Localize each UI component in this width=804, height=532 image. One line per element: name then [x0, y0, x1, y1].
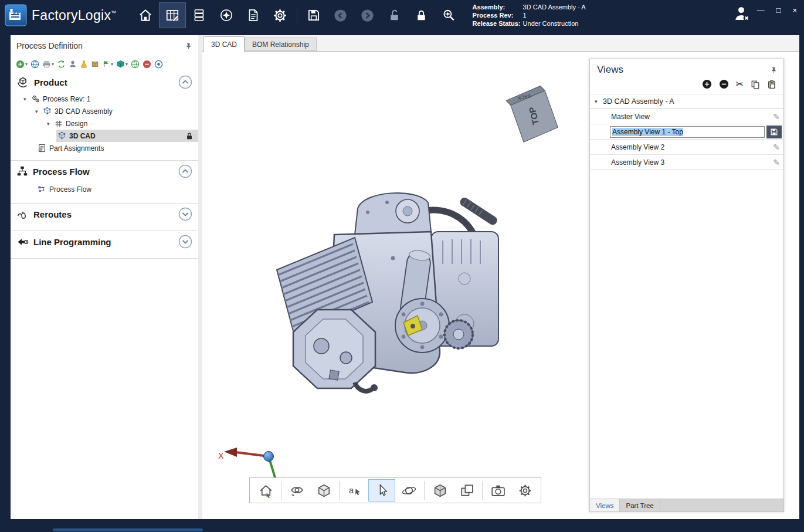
view-row-assembly-3[interactable]: Assembly View 3 ✎ [590, 155, 783, 170]
view-label: Master View [611, 113, 773, 121]
minimize-button[interactable]: — [757, 6, 765, 15]
expander-icon[interactable]: ▾ [23, 96, 31, 102]
web-button[interactable] [30, 58, 40, 70]
tab-part-tree[interactable]: Part Tree [620, 499, 660, 511]
cut-view-button[interactable]: ✂ [736, 80, 744, 89]
expander-icon[interactable]: ▾ [35, 109, 43, 114]
tree-item-part-assignments[interactable]: Part Assignments [11, 142, 198, 154]
section-process-flow[interactable]: Process Flow [11, 161, 198, 182]
select-pointer-button[interactable] [368, 479, 395, 501]
sample-flask-button[interactable] [79, 58, 89, 70]
expand-down-icon[interactable] [178, 235, 192, 249]
section-line-programming-label: Line Programming [33, 237, 174, 247]
expander-icon[interactable]: ▾ [595, 99, 603, 104]
workspace: Process Definition ▾ ▾ ▾ ▾ Product [11, 35, 799, 519]
tree-item-label: Process Rev: 1 [43, 95, 90, 103]
save-button[interactable] [300, 2, 327, 28]
toolbar-separator [482, 481, 483, 500]
collapse-up-icon[interactable] [178, 75, 192, 89]
tab-3d-cad[interactable]: 3D CAD [203, 36, 245, 52]
audit-search-button[interactable] [435, 2, 462, 28]
home-view-button[interactable] [252, 479, 279, 501]
remove-view-button[interactable] [719, 79, 729, 89]
globe-button[interactable] [130, 58, 140, 70]
edit-pencil-icon[interactable]: ✎ [773, 143, 780, 152]
panel-splitter[interactable] [198, 35, 202, 519]
release-status-label: Release Status: [473, 19, 523, 28]
user-icon-button[interactable] [68, 58, 77, 70]
panel-title: Process Definition [16, 41, 83, 50]
brand-trademark: ™ [111, 10, 116, 16]
unlock-button[interactable] [381, 2, 408, 28]
maximize-button[interactable]: □ [776, 6, 781, 15]
reports-button[interactable] [240, 2, 267, 28]
tree-item-3d-cad-selected[interactable]: 3D CAD [11, 130, 198, 142]
flag-button[interactable]: ▾ [101, 58, 114, 70]
pin-icon[interactable] [770, 66, 778, 74]
print-button[interactable]: ▾ [42, 58, 55, 70]
view-row-master[interactable]: Master View ✎ [590, 109, 783, 124]
save-view-name-button[interactable] [766, 126, 782, 138]
process-definition-button[interactable] [159, 2, 186, 28]
home-button[interactable] [132, 2, 159, 28]
view-row-assembly-1-editing[interactable]: Assembly View 1 - Top [590, 124, 783, 140]
pin-icon[interactable] [185, 42, 192, 50]
model-box-button[interactable] [426, 479, 453, 501]
reroutes-icon [16, 208, 29, 221]
dropdown-caret-icon: ▾ [125, 62, 128, 67]
paste-view-button[interactable] [767, 80, 776, 89]
copy-view-button[interactable] [751, 80, 760, 89]
section-product[interactable]: Product [11, 72, 198, 93]
sync-button[interactable] [56, 58, 66, 70]
package-button[interactable] [90, 58, 100, 70]
3d-viewport[interactable]: BACK TOP X [202, 52, 799, 519]
add-item-button[interactable]: ▾ [15, 58, 28, 70]
settings-button[interactable] [267, 2, 294, 28]
lock-button[interactable] [408, 2, 435, 28]
tree-item-3d-cad-assembly[interactable]: ▾ 3D CAD Assembly [11, 105, 198, 117]
section-reroutes[interactable]: Reroutes [11, 204, 198, 225]
redo-button[interactable] [354, 2, 381, 28]
navigator-button[interactable] [213, 2, 240, 28]
production-button[interactable] [186, 2, 213, 28]
tab-views[interactable]: Views [590, 499, 620, 511]
expand-down-icon[interactable] [178, 207, 192, 221]
section-line-programming[interactable]: Line Programming [11, 231, 198, 252]
design-grid-icon [55, 120, 63, 128]
assembly-label: Assembly: [473, 3, 523, 11]
tree-item-design[interactable]: ▾ Design [11, 117, 198, 130]
section-layers-button[interactable] [453, 479, 480, 501]
collapse-up-icon[interactable] [178, 164, 192, 178]
edit-pencil-icon[interactable]: ✎ [773, 158, 780, 167]
record-button[interactable] [154, 58, 164, 70]
tab-label: Part Tree [626, 502, 653, 509]
label-select-button[interactable]: a [341, 479, 368, 501]
orbit-button[interactable] [395, 479, 422, 501]
process-flow-icon [16, 165, 28, 177]
process-flow-item[interactable]: Process Flow [11, 182, 198, 197]
expander-icon[interactable]: ▾ [47, 121, 55, 127]
release-status-value: Under Construction [523, 19, 579, 28]
dropdown-caret-icon: ▾ [52, 62, 54, 67]
remove-button[interactable] [142, 58, 152, 70]
orientation-cube[interactable]: BACK TOP [498, 82, 559, 147]
snapshot-camera-button[interactable] [484, 479, 511, 501]
main-area: 3D CAD BOM Relationship [202, 35, 799, 519]
tree-item-process-rev[interactable]: ▾ Process Rev: 1 [11, 93, 198, 105]
view-row-assembly-2[interactable]: Assembly View 2 ✎ [590, 140, 783, 155]
tab-bom-relationship[interactable]: BOM Relationship [245, 38, 317, 51]
edit-pencil-icon[interactable]: ✎ [773, 112, 780, 121]
add-view-button[interactable] [702, 79, 712, 89]
export-cube-button[interactable]: ▾ [116, 58, 128, 70]
assembly-value: 3D CAD Assembly - A [523, 3, 586, 11]
views-root-node[interactable]: ▾ 3D CAD Assembly - A [590, 94, 783, 109]
views-tree: ▾ 3D CAD Assembly - A Master View ✎ Asse… [590, 94, 783, 499]
user-logout-button[interactable] [731, 4, 751, 23]
undo-button[interactable] [327, 2, 354, 28]
app-brand: FactoryLogix™ [32, 8, 117, 23]
close-button[interactable]: × [792, 6, 797, 15]
view-cube-button[interactable] [310, 479, 337, 501]
viewport-settings-button[interactable] [511, 479, 538, 501]
look-at-button[interactable] [283, 479, 310, 501]
view-name-input[interactable]: Assembly View 1 - Top [610, 126, 765, 138]
